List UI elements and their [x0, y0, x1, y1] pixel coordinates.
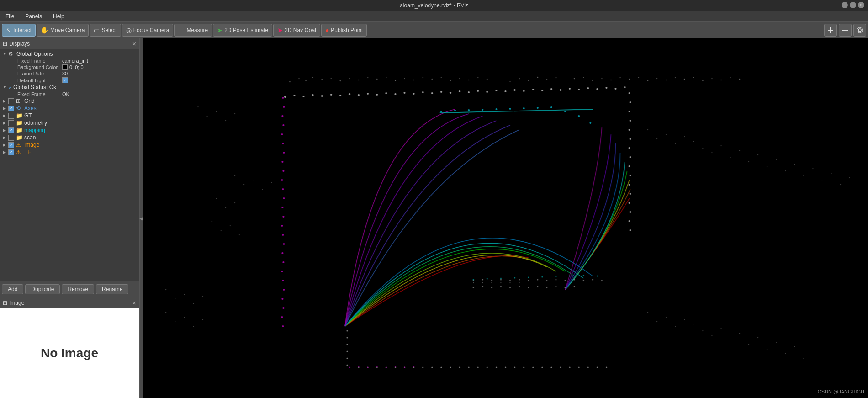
grid-row[interactable]: ▶ ⊞ Grid [0, 97, 139, 105]
gt-checkbox[interactable] [8, 113, 14, 119]
svg-point-103 [486, 91, 488, 93]
nav-goal-button[interactable]: ➤ 2D Nav Goal [273, 24, 320, 37]
svg-point-22 [432, 79, 433, 80]
svg-point-43 [638, 77, 639, 78]
scan-checkbox[interactable] [8, 135, 14, 141]
publish-point-button[interactable]: ● Publish Point [321, 24, 367, 37]
interact-button[interactable]: ↖ Interact [2, 24, 36, 37]
svg-point-13 [349, 78, 350, 79]
svg-point-10 [322, 79, 323, 80]
svg-point-275 [565, 287, 566, 288]
svg-point-267 [491, 287, 492, 288]
svg-point-295 [367, 367, 369, 368]
image-panel-close[interactable]: × [132, 299, 136, 307]
svg-point-292 [597, 276, 598, 277]
pose-estimate-button[interactable]: ➤ 2D Pose Estimate [213, 24, 272, 37]
menu-bar: File Panels Help [0, 11, 868, 22]
svg-rect-5 [143, 38, 868, 398]
svg-point-265 [473, 287, 474, 288]
image-display-row[interactable]: ▶ ✓ ⚠ Image [0, 141, 139, 149]
svg-point-96 [422, 91, 424, 93]
svg-point-278 [482, 282, 483, 283]
svg-point-171 [523, 367, 524, 368]
duplicate-button[interactable]: Duplicate [25, 284, 60, 294]
svg-point-294 [358, 366, 360, 367]
global-status-fixed-frame-prop: Fixed Frame OK [0, 91, 139, 97]
svg-point-100 [459, 90, 460, 92]
minimize-button[interactable]: – [842, 2, 848, 8]
svg-point-72 [281, 252, 283, 254]
svg-point-84 [312, 94, 314, 96]
tf-checkbox[interactable]: ✓ [8, 149, 14, 155]
svg-point-107 [523, 90, 525, 92]
svg-point-130 [630, 193, 631, 195]
focus-camera-button[interactable]: ◎ Focus Camera [122, 24, 174, 37]
svg-point-215 [849, 177, 850, 178]
image-display-checkbox[interactable]: ✓ [8, 142, 14, 148]
move-camera-button[interactable]: ✋ Move Camera [37, 24, 89, 37]
scan-row[interactable]: ▶ 📁 scan [0, 134, 139, 141]
odometry-row[interactable]: ▶ 📁 odometry [0, 119, 139, 127]
bg-color-swatch[interactable] [62, 64, 68, 70]
odometry-checkbox[interactable] [8, 120, 14, 126]
mapping-row[interactable]: ▶ ✓ 📁 mapping [0, 127, 139, 134]
measure-button[interactable]: — Measure [174, 24, 212, 37]
svg-point-134 [630, 229, 631, 231]
svg-point-268 [500, 286, 502, 287]
add-button[interactable]: Add [2, 284, 23, 294]
svg-point-131 [629, 202, 630, 204]
grid-checkbox[interactable] [8, 98, 14, 104]
global-status-row[interactable]: ▼ ✓ Global Status: Ok [0, 84, 139, 91]
tf-row[interactable]: ▶ ✓ ⚠ TF [0, 149, 139, 156]
mapping-checkbox[interactable]: ✓ [8, 127, 14, 133]
svg-point-232 [794, 346, 795, 347]
svg-point-252 [491, 280, 492, 281]
settings-icon-button[interactable] [853, 24, 866, 37]
publish-point-icon: ● [325, 27, 329, 34]
image-panel-title: Image [9, 300, 24, 306]
svg-point-113 [578, 89, 580, 90]
svg-point-9 [312, 77, 313, 78]
svg-point-191 [230, 225, 231, 226]
collapse-handle[interactable]: ◀ [139, 38, 143, 398]
default-light-checkbox[interactable]: ✓ [62, 77, 68, 83]
svg-point-208 [785, 170, 786, 171]
add-icon-button[interactable] [824, 24, 837, 37]
menu-help[interactable]: Help [51, 12, 66, 21]
3d-view[interactable]: CSDN @JANGHIGH [143, 38, 868, 398]
displays-panel-close[interactable]: × [132, 40, 136, 48]
svg-point-270 [519, 286, 520, 287]
frame-rate-value[interactable]: 30 [62, 71, 68, 76]
svg-point-141 [523, 107, 525, 109]
fixed-frame-value[interactable]: camera_init [62, 58, 88, 64]
svg-point-21 [423, 77, 423, 78]
menu-panels[interactable]: Panels [23, 12, 44, 21]
svg-point-8 [305, 80, 306, 81]
rename-button[interactable]: Rename [96, 284, 128, 294]
mapping-icon: 📁 [16, 127, 23, 133]
gt-row[interactable]: ▶ 📁 GT [0, 112, 139, 119]
axes-row[interactable]: ▶ ✓ ⟲ Axes [0, 105, 139, 112]
global-options-row[interactable]: ▼ ⚙ Global Options [0, 50, 139, 58]
remove-button[interactable]: Remove [62, 284, 94, 294]
svg-point-240 [175, 321, 175, 322]
svg-point-82 [293, 95, 295, 96]
minus-icon-button[interactable] [839, 24, 852, 37]
menu-file[interactable]: File [4, 12, 16, 21]
global-status-fixed-frame-value: OK [62, 91, 69, 97]
title-bar: aloam_velodyne.rviz* - RViz – □ × [0, 0, 868, 11]
svg-point-74 [281, 271, 283, 272]
select-button[interactable]: ▭ Select [90, 24, 121, 37]
mapping-expand: ▶ [3, 128, 8, 133]
svg-point-289 [555, 276, 556, 277]
maximize-button[interactable]: □ [850, 2, 856, 8]
display-buttons: Add Duplicate Remove Rename [0, 281, 139, 297]
svg-point-168 [496, 367, 497, 368]
axes-checkbox[interactable]: ✓ [8, 106, 14, 111]
svg-point-139 [495, 108, 497, 110]
axes-expand: ▶ [3, 106, 8, 111]
svg-point-300 [413, 366, 414, 367]
svg-point-25 [459, 78, 460, 79]
svg-point-148 [346, 337, 348, 339]
close-button[interactable]: × [858, 2, 864, 8]
